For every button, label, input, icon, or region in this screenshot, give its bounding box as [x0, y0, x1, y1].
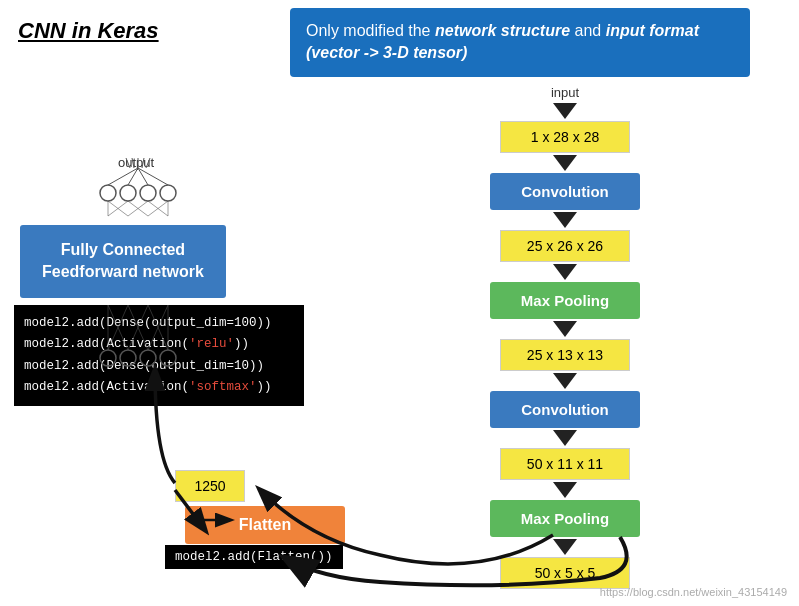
code-line-2: model2.add(Activation('relu')) [24, 334, 294, 355]
svg-line-6 [138, 168, 148, 185]
code-line-1: model2.add(Dense(output_dim=100)) [24, 313, 294, 334]
right-flow-column: input 1 x 28 x 28 Convolution 25 x 26 x … [490, 85, 640, 591]
svg-line-18 [108, 201, 128, 216]
header-em1: network structure [435, 22, 570, 39]
arrow-3 [553, 264, 577, 280]
svg-line-4 [108, 168, 138, 185]
code-block: model2.add(Dense(output_dim=100)) model2… [14, 305, 304, 406]
svg-line-7 [138, 168, 168, 185]
svg-line-23 [148, 201, 168, 216]
arrow-6 [553, 430, 577, 446]
dim-25x13x13: 25 x 13 x 13 [500, 339, 630, 371]
header-description: Only modified the network structure and … [290, 8, 750, 77]
max-pooling-2: Max Pooling [490, 500, 640, 537]
input-label: input [551, 85, 579, 100]
arrow-7 [553, 482, 577, 498]
header-text-prefix: Only modified the network structure and … [306, 22, 699, 61]
svg-line-21 [108, 201, 128, 216]
svg-point-0 [100, 185, 116, 201]
code-line-3: model2.add(Dense(output_dim=10)) [24, 356, 294, 377]
fc-box: Fully Connected Feedforward network [20, 225, 226, 298]
svg-line-20 [148, 201, 168, 216]
code-line-4: model2.add(Activation('softmax')) [24, 377, 294, 398]
main-title-area: CNN in Keras [18, 18, 159, 44]
flatten-box: Flatten [185, 506, 345, 544]
arrow-2 [553, 212, 577, 228]
box-1250: 1250 [175, 470, 245, 502]
svg-line-19 [128, 201, 148, 216]
page-title: CNN in Keras [18, 18, 159, 43]
flatten-code: model2.add(Flatten()) [165, 545, 343, 569]
diagram-svg [0, 0, 799, 606]
watermark: https://blog.csdn.net/weixin_43154149 [600, 586, 787, 598]
arrow-8 [553, 539, 577, 555]
dim-25x26x26: 25 x 26 x 26 [500, 230, 630, 262]
arrow-5 [553, 373, 577, 389]
convolution-1: Convolution [490, 173, 640, 210]
arrow-4 [553, 321, 577, 337]
arrow-input [553, 103, 577, 119]
arrow-1 [553, 155, 577, 171]
convolution-2: Convolution [490, 391, 640, 428]
svg-point-2 [140, 185, 156, 201]
fc-line1: Fully Connected [61, 241, 185, 258]
svg-point-1 [120, 185, 136, 201]
max-pooling-1: Max Pooling [490, 282, 640, 319]
svg-point-3 [160, 185, 176, 201]
svg-line-5 [128, 168, 138, 185]
output-label: output [118, 155, 154, 170]
dim-50x11x11: 50 x 11 x 11 [500, 448, 630, 480]
fc-line2: Feedforward network [42, 263, 204, 280]
dim-1x28x28: 1 x 28 x 28 [500, 121, 630, 153]
svg-line-22 [128, 201, 148, 216]
dim-50x5x5: 50 x 5 x 5 [500, 557, 630, 589]
